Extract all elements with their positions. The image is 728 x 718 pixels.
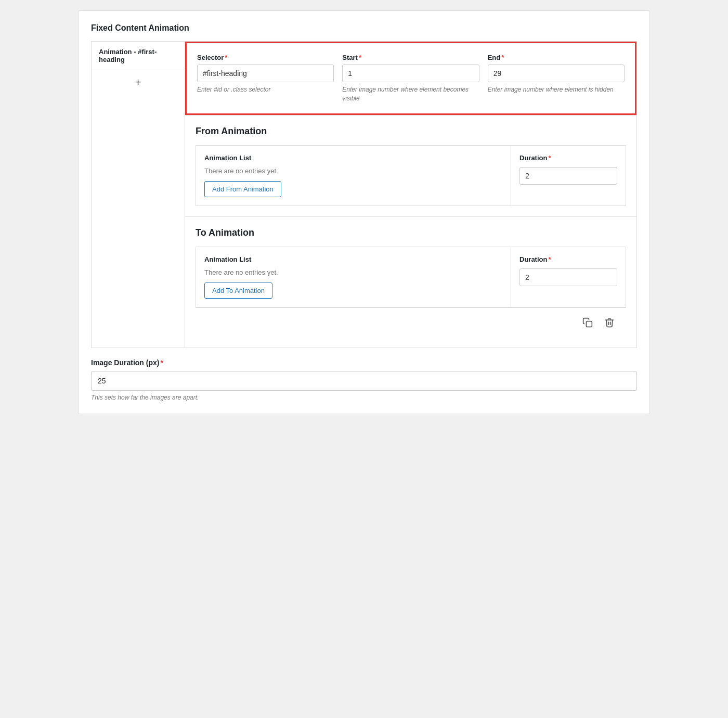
page-title: Fixed Content Animation bbox=[91, 23, 637, 33]
to-animation-list-label: Animation List bbox=[204, 255, 502, 263]
start-hint: Enter image number where element becomes… bbox=[342, 85, 479, 103]
from-duration-required-star: * bbox=[548, 154, 551, 162]
delete-button[interactable] bbox=[601, 314, 618, 331]
to-animation-title: To Animation bbox=[196, 227, 626, 238]
fields-row: Selector* Enter #id or .class selector S… bbox=[197, 54, 625, 103]
add-to-animation-button[interactable]: Add To Animation bbox=[204, 283, 272, 299]
end-required-star: * bbox=[501, 54, 504, 61]
from-duration-input[interactable] bbox=[519, 167, 617, 185]
to-duration-required-star: * bbox=[548, 255, 551, 263]
start-required-star: * bbox=[359, 54, 361, 61]
selector-required-star: * bbox=[225, 54, 227, 61]
from-animation-list-label: Animation List bbox=[204, 154, 502, 162]
end-label: End* bbox=[488, 54, 625, 61]
sidebar-add-button[interactable]: + bbox=[92, 70, 185, 95]
from-animation-table: Animation List There are no entries yet.… bbox=[196, 145, 626, 206]
image-duration-required-star: * bbox=[160, 358, 163, 367]
end-field-group: End* Enter image number where element is… bbox=[488, 54, 625, 103]
image-duration-section: Image Duration (px)* This sets how far t… bbox=[91, 348, 637, 401]
selector-input[interactable] bbox=[197, 65, 334, 82]
start-field-group: Start* Enter image number where element … bbox=[342, 54, 479, 103]
from-animation-no-entries: There are no entries yet. bbox=[204, 167, 502, 175]
selector-label: Selector* bbox=[197, 54, 334, 61]
svg-rect-0 bbox=[587, 321, 592, 327]
highlighted-section: Selector* Enter #id or .class selector S… bbox=[185, 42, 636, 115]
to-animation-no-entries: There are no entries yet. bbox=[204, 268, 502, 276]
action-icons-row bbox=[196, 307, 626, 337]
content-area: Selector* Enter #id or .class selector S… bbox=[185, 42, 636, 348]
selector-field-group: Selector* Enter #id or .class selector bbox=[197, 54, 334, 103]
page-container: Fixed Content Animation Animation - #fir… bbox=[78, 10, 650, 414]
trash-icon bbox=[604, 317, 615, 328]
copy-icon bbox=[582, 317, 593, 328]
to-animation-table: Animation List There are no entries yet.… bbox=[196, 247, 626, 307]
from-animation-duration-cell: Duration* bbox=[511, 146, 626, 206]
to-animation-duration-cell: Duration* bbox=[511, 247, 626, 307]
start-label: Start* bbox=[342, 54, 479, 61]
to-duration-label: Duration* bbox=[519, 255, 617, 263]
add-from-animation-button[interactable]: Add From Animation bbox=[204, 181, 281, 197]
from-animation-table-row: Animation List There are no entries yet.… bbox=[196, 146, 626, 206]
copy-button[interactable] bbox=[579, 314, 596, 331]
sidebar: Animation - #first-heading + bbox=[92, 42, 185, 348]
image-duration-hint: This sets how far the images are apart. bbox=[91, 394, 637, 401]
to-animation-table-row: Animation List There are no entries yet.… bbox=[196, 247, 626, 307]
from-animation-section: From Animation Animation List There are … bbox=[185, 115, 636, 216]
end-hint: Enter image number where element is hidd… bbox=[488, 85, 625, 94]
sidebar-animation-item[interactable]: Animation - #first-heading bbox=[92, 42, 185, 70]
to-animation-section: To Animation Animation List There are no… bbox=[185, 216, 636, 348]
from-duration-label: Duration* bbox=[519, 154, 617, 162]
from-animation-list-cell: Animation List There are no entries yet.… bbox=[196, 146, 511, 206]
selector-hint: Enter #id or .class selector bbox=[197, 85, 334, 94]
main-layout: Animation - #first-heading + Selector* E… bbox=[91, 41, 637, 348]
from-animation-title: From Animation bbox=[196, 126, 626, 137]
image-duration-label: Image Duration (px)* bbox=[91, 358, 637, 367]
start-input[interactable] bbox=[342, 65, 479, 82]
to-animation-list-cell: Animation List There are no entries yet.… bbox=[196, 247, 511, 307]
to-duration-input[interactable] bbox=[519, 268, 617, 286]
image-duration-input[interactable] bbox=[91, 371, 637, 391]
end-input[interactable] bbox=[488, 65, 625, 82]
